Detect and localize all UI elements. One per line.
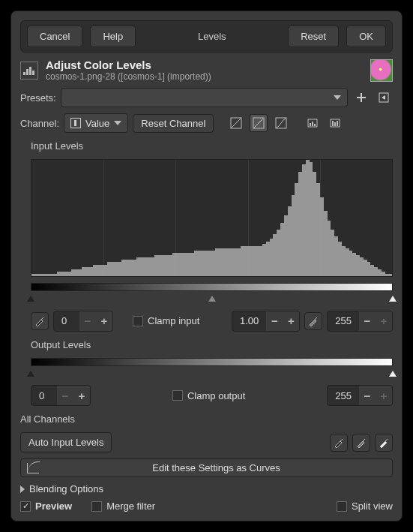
- header-subtitle: cosmos-1.png-28 ([cosmos-1] (imported)): [46, 71, 363, 82]
- channel-value: Value: [85, 118, 109, 129]
- input-high-plus[interactable]: +: [376, 311, 392, 332]
- blending-options-expander[interactable]: Blending Options: [20, 483, 393, 494]
- all-pick-gray-button[interactable]: [352, 434, 370, 452]
- channel-label: Channel:: [20, 118, 59, 129]
- all-channels-label: All Channels: [20, 413, 393, 425]
- input-black-handle[interactable]: [27, 296, 34, 302]
- presets-row: Presets:: [20, 88, 393, 107]
- svg-rect-11: [310, 123, 311, 126]
- svg-rect-1: [26, 69, 28, 75]
- svg-rect-0: [23, 72, 25, 75]
- all-pick-white-button[interactable]: [375, 434, 393, 452]
- output-high-value[interactable]: 255: [328, 390, 359, 401]
- split-view-label: Split view: [352, 500, 393, 512]
- clamp-output-label: Clamp output: [187, 390, 245, 401]
- edit-as-curves-button[interactable]: Edit these Settings as Curves: [20, 458, 393, 477]
- dialog-title: Levels: [143, 31, 280, 42]
- input-gamma-plus[interactable]: +: [283, 311, 299, 332]
- levels-icon: [20, 62, 38, 80]
- channel-row: Channel: Value Reset Channel: [20, 113, 393, 133]
- all-channels-row: Auto Input Levels: [20, 432, 393, 452]
- input-values-row: 0 − + Clamp input 1.00 − + 255 − +: [31, 311, 393, 332]
- input-high-value[interactable]: 255: [328, 315, 359, 326]
- input-gamma-handle[interactable]: [208, 296, 216, 302]
- output-low-plus[interactable]: +: [73, 385, 90, 406]
- output-low-minus[interactable]: −: [57, 385, 73, 406]
- output-slider-track[interactable]: [31, 372, 393, 379]
- svg-line-6: [232, 119, 241, 128]
- input-low-minus[interactable]: −: [79, 311, 96, 332]
- dialog-header: Adjust Color Levels cosmos-1.png-28 ([co…: [20, 59, 393, 82]
- svg-rect-15: [332, 121, 334, 126]
- input-slider-track[interactable]: [31, 297, 393, 304]
- output-values-row: 0 − + Clamp output 255 − +: [31, 385, 393, 406]
- chevron-down-icon: [114, 121, 121, 125]
- pick-black-point-button[interactable]: [31, 312, 49, 330]
- presets-combo[interactable]: [61, 88, 348, 107]
- output-high-minus[interactable]: −: [359, 385, 376, 406]
- input-gamma-value[interactable]: 1.00: [232, 315, 266, 326]
- preview-label: Preview: [35, 500, 72, 512]
- edit-as-curves-label: Edit these Settings as Curves: [46, 462, 386, 473]
- output-low-spin[interactable]: 0 − +: [31, 385, 91, 406]
- clamp-input-label: Clamp input: [148, 315, 199, 326]
- merge-filter-checkbox[interactable]: [91, 501, 102, 512]
- curves-icon: [27, 463, 39, 473]
- input-gamma-spin[interactable]: 1.00 − +: [232, 311, 300, 332]
- ok-button[interactable]: OK: [346, 26, 386, 47]
- add-preset-button[interactable]: [352, 89, 370, 107]
- all-pick-black-button[interactable]: [330, 434, 348, 452]
- histogram-mode2-button[interactable]: [326, 114, 344, 132]
- svg-rect-12: [312, 122, 313, 126]
- log-histogram-button[interactable]: [250, 114, 268, 132]
- levels-dialog: Cancel Help Levels Reset OK Adjust Color…: [10, 11, 403, 521]
- output-gradient: [31, 358, 393, 366]
- svg-rect-2: [29, 67, 31, 75]
- chevron-down-icon: [334, 95, 341, 100]
- output-high-plus[interactable]: +: [376, 385, 392, 406]
- header-title: Adjust Color Levels: [46, 59, 363, 71]
- output-black-handle[interactable]: [27, 371, 34, 377]
- input-high-minus[interactable]: −: [359, 311, 376, 332]
- help-button[interactable]: Help: [90, 26, 136, 47]
- input-white-handle[interactable]: [389, 296, 397, 302]
- pick-gray-point-button[interactable]: [304, 312, 322, 330]
- output-white-handle[interactable]: [389, 371, 397, 377]
- input-levels-label: Input Levels: [31, 140, 393, 152]
- input-low-plus[interactable]: +: [96, 311, 112, 332]
- clamp-output-checkbox[interactable]: [172, 390, 183, 401]
- blending-options-label: Blending Options: [29, 483, 103, 494]
- auto-input-levels-button[interactable]: Auto Input Levels: [20, 432, 112, 452]
- preset-menu-button[interactable]: [375, 89, 393, 107]
- output-high-spin[interactable]: 255 − +: [327, 385, 393, 406]
- presets-label: Presets:: [20, 92, 56, 104]
- nonlinear-histogram-button[interactable]: [272, 114, 290, 132]
- value-channel-icon: [70, 118, 81, 128]
- input-gamma-minus[interactable]: −: [266, 311, 283, 332]
- dialog-action-bar: Cancel Help Levels Reset OK: [20, 20, 393, 53]
- input-low-value[interactable]: 0: [54, 315, 79, 326]
- svg-rect-3: [32, 71, 34, 75]
- expander-arrow-icon: [20, 485, 25, 493]
- merge-filter-label: Merge filter: [106, 500, 155, 512]
- reset-button[interactable]: Reset: [288, 26, 339, 47]
- svg-rect-16: [334, 122, 336, 126]
- output-low-value[interactable]: 0: [31, 390, 57, 401]
- preview-checkbox[interactable]: [20, 501, 31, 512]
- split-view-checkbox[interactable]: [337, 501, 347, 512]
- reset-channel-button[interactable]: Reset Channel: [133, 114, 214, 133]
- input-gradient: [31, 283, 393, 291]
- channel-combo[interactable]: Value: [64, 113, 128, 133]
- histogram-mode1-button[interactable]: [304, 114, 322, 132]
- histogram[interactable]: [31, 159, 393, 277]
- input-low-spin[interactable]: 0 − +: [53, 311, 113, 332]
- clamp-input-checkbox[interactable]: [133, 316, 143, 326]
- svg-rect-17: [337, 121, 338, 126]
- cancel-button[interactable]: Cancel: [27, 26, 82, 47]
- output-levels-label: Output Levels: [31, 339, 393, 350]
- svg-rect-13: [314, 124, 316, 126]
- image-thumbnail: [370, 59, 393, 82]
- footer-row: Preview Merge filter Split view: [20, 500, 393, 512]
- input-high-spin[interactable]: 255 − +: [327, 311, 393, 332]
- linear-histogram-button[interactable]: [227, 114, 245, 132]
